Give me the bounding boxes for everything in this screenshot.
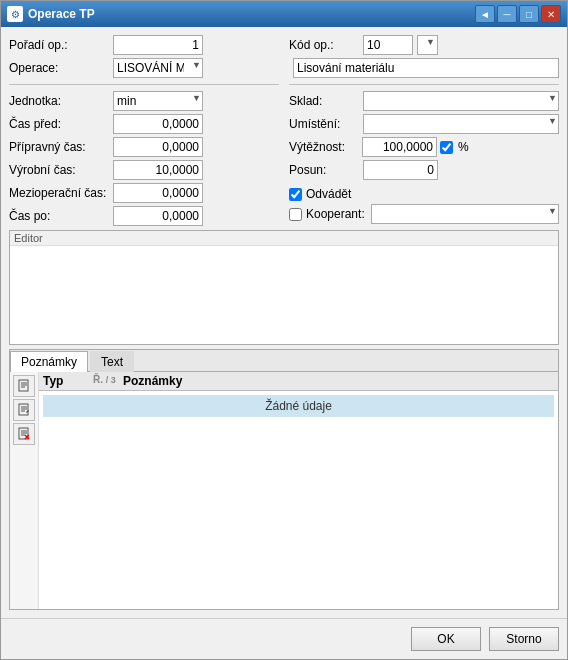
pripravny-cas-row: Přípravný čas: [9,137,279,157]
document-icon [17,379,31,393]
operace-row: Operace: LISOVÁNÍ MAT [9,58,279,78]
back-button[interactable]: ◄ [475,5,495,23]
toolbar-btn-3[interactable] [13,423,35,445]
operace-desc-input[interactable] [293,58,559,78]
no-data-message: Žádné údaje [43,395,554,417]
sklad-label: Sklad: [289,94,359,108]
titlebar: ⚙ Operace TP ◄ ─ □ ✕ [1,1,567,27]
kod-op-select-wrapper [417,35,437,55]
poradi-input[interactable] [113,35,203,55]
col-poznamky-header: Poznámky [123,374,554,388]
vyrobni-cas-label: Výrobní čas: [9,163,109,177]
toolbar-btn-1[interactable] [13,375,35,397]
tab-toolbar [10,372,39,609]
tabs-container: Poznámky Text [9,349,559,610]
main-window: ⚙ Operace TP ◄ ─ □ ✕ Pořadí op.: O [0,0,568,660]
kod-op-row: Kód op.: [289,35,559,55]
minimize-button[interactable]: ─ [497,5,517,23]
umisteni-select-wrapper [363,114,559,134]
table-area: Typ Ř. / 3 Poznámky Žádné údaje [39,372,558,609]
odvadet-label: Odvádět [306,187,351,201]
vyteznost-row: Výtěžnost: % [289,137,559,157]
cas-po-label: Čas po: [9,209,109,223]
vyrobni-cas-row: Výrobní čas: [9,160,279,180]
tab-poznamky[interactable]: Poznámky [10,351,88,372]
table-content[interactable]: Žádné údaje [39,391,558,609]
storno-button[interactable]: Storno [489,627,559,651]
kooperant-select[interactable] [371,204,559,224]
footer: OK Storno [1,618,567,659]
kod-op-select[interactable] [417,35,438,55]
vyteznost-label: Výtěžnost: [289,140,359,154]
posun-label: Posun: [289,163,359,177]
posun-input[interactable] [363,160,438,180]
operace-select[interactable]: LISOVÁNÍ MAT [113,58,203,78]
window-icon: ⚙ [7,6,23,22]
cas-pred-label: Čas před: [9,117,109,131]
mezioperacni-cas-label: Mezioperační čas: [9,186,109,200]
umisteni-select[interactable] [363,114,559,134]
jednotka-row: Jednotka: min [9,91,279,111]
posun-row: Posun: [289,160,559,180]
pct-label: % [458,140,469,154]
pripravny-cas-input[interactable] [113,137,203,157]
umisteni-row: Umístění: [289,114,559,134]
kooperant-checkbox[interactable] [289,208,302,221]
cas-po-row: Čas po: [9,206,279,226]
sklad-row: Sklad: [289,91,559,111]
close-button[interactable]: ✕ [541,5,561,23]
delete-icon [17,427,31,441]
window-title: Operace TP [28,7,95,21]
kooperant-label: Kooperant: [306,207,365,221]
kod-op-label: Kód op.: [289,38,359,52]
mezioperacni-cas-row: Mezioperační čas: [9,183,279,203]
form-section: Pořadí op.: Operace: LISOVÁNÍ MAT Jednot… [9,35,559,226]
edit-icon [17,403,31,417]
divider-1 [9,84,279,85]
operace-select-wrapper: LISOVÁNÍ MAT [113,58,203,78]
vyteznost-checkbox[interactable] [440,141,453,154]
mezioperacni-cas-input[interactable] [113,183,203,203]
form-left: Pořadí op.: Operace: LISOVÁNÍ MAT Jednot… [9,35,279,226]
table-header: Typ Ř. / 3 Poznámky [39,372,558,391]
poradi-label: Pořadí op.: [9,38,109,52]
sklad-select[interactable] [363,91,559,111]
poradi-row: Pořadí op.: [9,35,279,55]
col-typ-header: Typ [43,374,93,388]
umisteni-label: Umístění: [289,117,359,131]
odvadet-checkbox[interactable] [289,188,302,201]
kooperant-row: Kooperant: [289,204,559,224]
editor-body[interactable] [10,246,558,344]
jednotka-select[interactable]: min [113,91,203,111]
sklad-select-wrapper [363,91,559,111]
cas-pred-row: Čas před: [9,114,279,134]
vyteznost-input[interactable] [362,137,437,157]
jednotka-select-wrapper: min [113,91,203,111]
tab-content-poznamky: Typ Ř. / 3 Poznámky Žádné údaje [10,372,558,609]
form-right: Kód op.: Sklad: [289,35,559,226]
odvadet-row: Odvádět [289,187,559,201]
titlebar-left: ⚙ Operace TP [7,6,95,22]
maximize-button[interactable]: □ [519,5,539,23]
main-content: Pořadí op.: Operace: LISOVÁNÍ MAT Jednot… [1,27,567,618]
divider-2 [289,84,559,85]
titlebar-controls: ◄ ─ □ ✕ [475,5,561,23]
pripravny-cas-label: Přípravný čas: [9,140,109,154]
ok-button[interactable]: OK [411,627,481,651]
jednotka-label: Jednotka: [9,94,109,108]
editor-section: Editor [9,230,559,345]
kooperant-select-wrapper [371,204,559,224]
col-radek-header: Ř. / 3 [93,374,123,388]
operace-desc-row [289,58,559,78]
tabs-header: Poznámky Text [10,350,558,372]
cas-pred-input[interactable] [113,114,203,134]
kod-op-input[interactable] [363,35,413,55]
cas-po-input[interactable] [113,206,203,226]
tab-text[interactable]: Text [90,351,134,372]
toolbar-btn-2[interactable] [13,399,35,421]
editor-label: Editor [10,231,558,246]
vyrobni-cas-input[interactable] [113,160,203,180]
operace-label: Operace: [9,61,109,75]
